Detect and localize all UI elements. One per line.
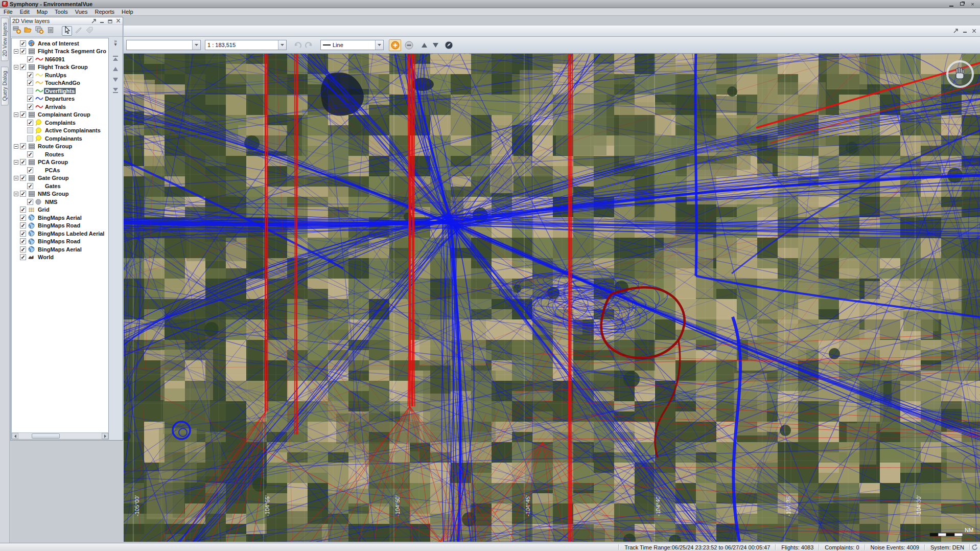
layer-row-bingmaps-aerial[interactable]: ✓BingMaps Aerial [12, 214, 108, 222]
layer-checkbox[interactable]: ✓ [20, 175, 26, 181]
pan-up-button[interactable] [418, 39, 430, 51]
layer-row-world[interactable]: ✓World [12, 254, 108, 262]
map-float-icon[interactable] [953, 28, 959, 34]
layer-row-grid[interactable]: ✓Grid [12, 206, 108, 214]
refresh-icon[interactable] [971, 544, 980, 550]
layer-row-bingmaps-road[interactable]: ✓BingMaps Road [12, 238, 108, 246]
compass-reset-button[interactable] [443, 39, 454, 51]
layer-row-arrivals[interactable]: ✓Arrivals [12, 103, 108, 111]
chevron-down-icon[interactable] [375, 40, 383, 50]
move-to-top-button[interactable] [110, 53, 121, 63]
menu-item-edit[interactable]: Edit [16, 8, 33, 15]
layer-checkbox[interactable]: ✓ [20, 215, 26, 221]
layer-row-departures[interactable]: ✓Departures [12, 95, 108, 103]
scroll-track[interactable] [18, 433, 102, 439]
select-tool-button[interactable] [62, 26, 72, 36]
layer-row-route-group[interactable]: ✓Route Group [12, 143, 108, 151]
layer-checkbox[interactable]: ✓ [20, 246, 26, 252]
layer-row-area-of-interest[interactable]: ✓Area of Interest [12, 39, 108, 48]
map-close-icon[interactable]: × [971, 28, 977, 34]
layer-checkbox[interactable]: ✓ [27, 72, 33, 78]
layer-row-pcas[interactable]: ✓PCAs [12, 166, 108, 174]
layer-checkbox[interactable]: ✓ [27, 80, 33, 86]
layer-checkbox[interactable]: ✓ [20, 48, 26, 54]
panel-restore-icon[interactable] [107, 18, 113, 24]
zoom-out-button[interactable] [403, 39, 414, 51]
side-tab-2d-view-layers[interactable]: 2D View layers [1, 18, 9, 61]
layer-row-bingmaps-aerial[interactable]: ✓BingMaps Aerial [12, 245, 108, 254]
layer-row-active-complainants[interactable]: Active Complainants [12, 127, 108, 135]
panel-minimize-icon[interactable] [99, 18, 105, 24]
scroll-left-icon[interactable] [12, 433, 18, 439]
layer-checkbox[interactable]: ✓ [20, 222, 26, 228]
move-to-bottom-button[interactable] [110, 85, 121, 96]
tree-horizontal-scrollbar[interactable] [12, 432, 108, 439]
scroll-right-icon[interactable] [102, 433, 108, 439]
menu-item-reports[interactable]: Reports [91, 8, 118, 15]
layer-checkbox[interactable]: ✓ [20, 231, 26, 237]
layer-row-overflights[interactable]: Overflights [12, 87, 108, 95]
zoom-in-button[interactable] [389, 39, 401, 51]
layer-checkbox[interactable]: ✓ [20, 143, 26, 149]
layer-checkbox[interactable]: ✓ [20, 111, 26, 118]
delete-layer-button[interactable] [45, 26, 56, 36]
layer-row-routes[interactable]: ✓Routes [12, 150, 108, 158]
map-scale-combo[interactable]: 1 : 183,515 [205, 40, 287, 50]
layer-row-gates[interactable]: ✓Gates [12, 182, 108, 190]
tree-expand-icon[interactable] [14, 192, 18, 196]
layer-row-gate-group[interactable]: ✓Gate Group [12, 174, 108, 182]
map-minimize-icon[interactable] [962, 28, 968, 34]
restore-button[interactable] [959, 1, 965, 7]
minimize-button[interactable] [948, 1, 954, 7]
tree-expand-icon[interactable] [14, 49, 18, 54]
move-down-button[interactable] [110, 74, 121, 85]
layer-row-complaints[interactable]: ✓Complaints [12, 119, 108, 127]
layer-checkbox[interactable]: ✓ [20, 191, 26, 197]
layer-checkbox[interactable]: ✓ [20, 40, 26, 47]
layer-row-bingmaps-labeled-aerial[interactable]: ✓BingMaps Labeled Aerial [12, 229, 108, 238]
layer-row-flight-track-group[interactable]: ✓Flight Track Group [12, 63, 108, 72]
layer-checkbox[interactable] [27, 88, 33, 94]
open-vue-button[interactable] [23, 26, 33, 36]
layer-row-nms-group[interactable]: ✓NMS Group [12, 190, 108, 198]
active-layer-combo[interactable] [126, 40, 201, 50]
layer-checkbox[interactable]: ✓ [27, 96, 33, 102]
chevron-down-icon[interactable] [192, 40, 200, 50]
layer-checkbox[interactable] [27, 127, 33, 133]
layer-checkbox[interactable]: ✓ [27, 167, 33, 173]
layer-checkbox[interactable]: ✓ [27, 183, 33, 189]
layer-row-n66091[interactable]: ✓N66091 [12, 55, 108, 63]
tree-expand-icon[interactable] [14, 112, 18, 117]
layer-checkbox[interactable]: ✓ [20, 159, 26, 165]
toolbar-overflow-icon[interactable]: »▾ [114, 38, 117, 48]
layer-checkbox[interactable]: ✓ [27, 151, 33, 157]
panel-close-icon[interactable]: × [115, 18, 121, 24]
layer-row-complainants[interactable]: Complainants [12, 134, 108, 143]
layer-checkbox[interactable]: ✓ [20, 206, 26, 213]
close-button[interactable]: × [969, 1, 976, 7]
line-style-combo[interactable]: Line [320, 40, 384, 50]
layer-row-flight-track-segment-gro[interactable]: ✓Flight Track Segment Gro [12, 48, 108, 56]
layer-checkbox[interactable]: ✓ [27, 104, 33, 110]
layer-row-pca-group[interactable]: ✓PCA Group [12, 158, 108, 167]
menu-item-vues[interactable]: Vues [72, 8, 91, 15]
copy-layer-button[interactable] [34, 26, 44, 36]
layer-checkbox[interactable]: ✓ [20, 254, 26, 260]
layer-row-bingmaps-road[interactable]: ✓BingMaps Road [12, 222, 108, 230]
map-canvas[interactable]: -105°00'-104°55'-104°50'-104°45'-104°40'… [124, 54, 980, 542]
layer-checkbox[interactable]: ✓ [27, 56, 33, 62]
move-up-button[interactable] [110, 63, 121, 74]
side-tab-query-dialog[interactable]: Query Dialog [1, 66, 9, 105]
add-vue-button[interactable] [12, 26, 22, 36]
layer-row-runups[interactable]: ✓RunUps [12, 71, 108, 79]
tree-expand-icon[interactable] [14, 144, 18, 149]
menu-item-file[interactable]: File [0, 8, 16, 15]
layer-row-nms[interactable]: ✓NMS [12, 198, 108, 206]
layer-checkbox[interactable]: ✓ [27, 120, 33, 126]
panel-float-icon[interactable] [91, 18, 97, 24]
menu-item-help[interactable]: Help [118, 8, 137, 15]
layer-checkbox[interactable]: ✓ [27, 199, 33, 205]
layer-checkbox[interactable]: ✓ [20, 238, 26, 244]
pan-down-button[interactable] [430, 39, 441, 51]
tree-expand-icon[interactable] [14, 176, 18, 180]
